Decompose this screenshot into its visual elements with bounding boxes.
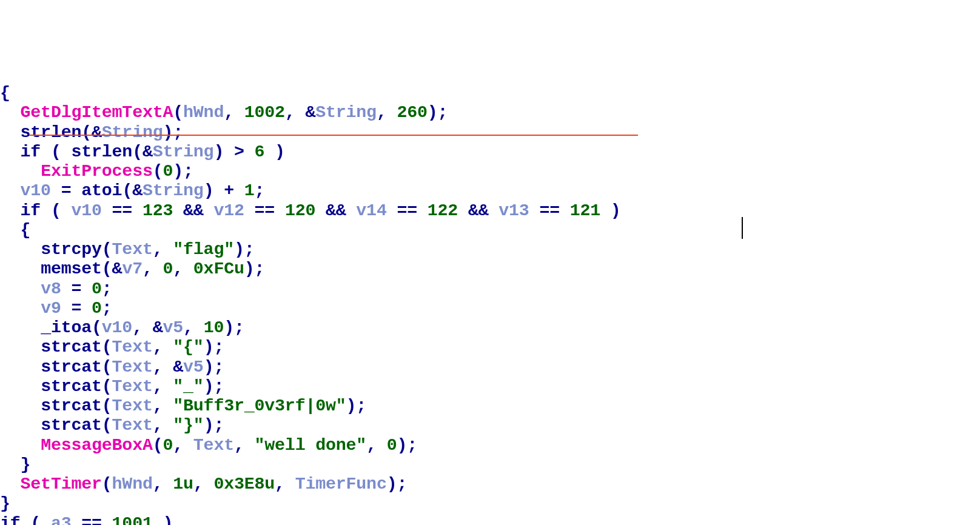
code-token: ( [173,102,183,122]
code-token: ); [204,357,224,376]
code-token: a3 [51,513,72,526]
code-token: String [153,142,214,161]
code-token: { [0,83,10,102]
code-token: "{" [173,337,203,356]
code-token [0,435,41,455]
code-token: 1002 [244,102,285,122]
code-line: } [0,493,980,513]
code-token: MessageBoxA [41,435,153,455]
code-token: ( [153,435,163,455]
code-token: ); [244,259,265,278]
code-token: 1u [173,474,193,493]
code-token: == [102,201,143,220]
code-line: ExitProcess(0); [0,161,980,181]
code-line: strcat(Text, "_"); [0,376,980,396]
code-token [0,102,21,122]
code-token: ( [153,161,163,181]
code-line: { [0,220,980,239]
code-token [0,279,41,298]
code-token: ( [102,376,112,396]
code-token: "}" [173,415,203,435]
code-token: == [387,201,428,220]
code-token: v10 [102,318,132,337]
code-token: ); [397,435,417,455]
code-token: , [234,435,255,455]
code-token: ); [204,337,224,356]
underline-annotation [29,135,638,136]
code-token: ( [102,239,112,259]
code-token: ); [224,318,244,337]
code-token: ); [346,396,367,415]
code-token: v7 [122,259,143,278]
code-token: , & [285,102,315,122]
code-token: 123 [143,201,173,220]
code-token: , [153,239,173,259]
code-token: , [153,396,173,415]
code-token [0,318,41,337]
code-token: v9 [41,298,61,318]
code-token: , [183,318,204,337]
code-token: ) > [213,142,254,161]
code-token: v12 [213,201,244,220]
code-token: , [224,102,244,122]
code-token: (& [132,142,153,161]
code-line: v10 = atoi(&String) + 1; [0,181,980,200]
code-token: if ( [0,513,51,526]
code-token: v5 [163,318,184,337]
code-token [0,337,41,356]
code-token [0,376,41,396]
code-token: strcat [41,337,102,356]
code-token: strcat [41,415,102,435]
code-token: memset [41,259,102,278]
code-token: 0 [163,435,173,455]
code-token: TimerFunc [295,474,387,493]
code-line: { [0,83,980,102]
code-token: ( [102,357,112,376]
code-token: ); [234,239,255,259]
code-line: } [0,455,980,474]
code-token [0,259,41,278]
code-token: SetTimer [21,474,102,493]
code-token: String [102,122,163,142]
code-token: if ( [0,142,71,161]
code-token: && [458,201,498,220]
code-token: == [244,201,285,220]
code-token: ); [173,161,193,181]
code-token: , [153,415,173,435]
code-token: ; [102,279,112,298]
code-line: memset(&v7, 0, 0xFCu); [0,259,980,278]
code-token: == [529,201,570,220]
code-token: strlen [21,122,82,142]
code-token: ; [102,298,112,318]
code-token: ); [387,474,408,493]
code-token [0,357,41,376]
code-token: atoi [81,181,122,200]
code-token: v10 [71,201,101,220]
code-token: strcat [41,396,102,415]
code-token: 0 [92,279,102,298]
text-cursor [742,217,743,239]
code-token: if ( [0,201,71,220]
code-line: strcat(Text, &v5); [0,357,980,376]
code-token: == [71,513,112,526]
code-token: 122 [428,201,458,220]
code-token [0,122,21,142]
code-line: _itoa(v10, &v5, 10); [0,318,980,337]
code-token: strcat [41,376,102,396]
code-token: ; [255,181,265,200]
code-token: 0xFCu [193,259,244,278]
code-token: ( [102,396,112,415]
code-token: 260 [397,102,427,122]
code-token: Text [112,376,153,396]
code-token: (& [122,181,143,200]
code-token [0,181,21,200]
code-line: v8 = 0; [0,279,980,298]
code-token: && [315,201,356,220]
code-line: strcpy(Text, "flag"); [0,239,980,259]
code-token: 0 [163,259,173,278]
code-line: GetDlgItemTextA(hWnd, 1002, &String, 260… [0,102,980,122]
code-token: Text [112,396,153,415]
code-token: 121 [570,201,600,220]
code-token: , & [153,357,183,376]
code-token: 0 [92,298,102,318]
